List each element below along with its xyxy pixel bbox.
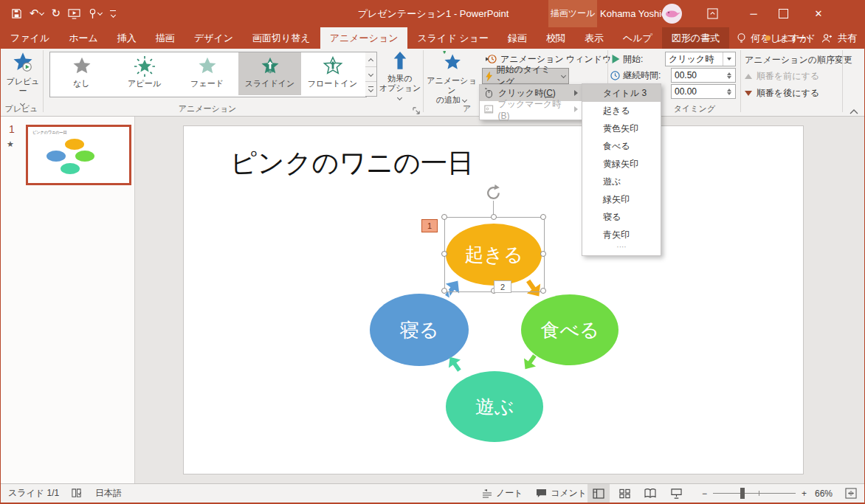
resize-handle-sw[interactable] — [441, 288, 447, 294]
gallery-scroll-down-icon[interactable] — [365, 67, 376, 82]
normal-view-icon[interactable] — [587, 484, 610, 503]
rotation-handle-icon[interactable] — [484, 184, 503, 205]
undo-icon[interactable]: ↶ — [30, 4, 44, 22]
tab-help[interactable]: ヘルプ — [613, 27, 662, 49]
start-combo-dropdown-icon[interactable] — [723, 52, 735, 66]
trigger-button[interactable]: 開始のタイミング — [482, 68, 569, 84]
tab-record[interactable]: 録画 — [498, 27, 537, 49]
tab-insert[interactable]: 挿入 — [108, 27, 146, 49]
submenu-item-taberu[interactable]: 食べる — [582, 137, 661, 155]
tab-view[interactable]: 表示 — [575, 27, 613, 49]
gallery-item-none[interactable]: なし — [50, 52, 113, 95]
delay-spin-icons[interactable] — [723, 85, 735, 98]
submenu-item-yellow-arrow[interactable]: 黄色矢印 — [582, 120, 661, 137]
slide-thumbnail[interactable]: ピンクのワニの一日 — [26, 125, 131, 185]
tab-draw[interactable]: 描画 — [146, 27, 185, 49]
zoom-out-icon[interactable]: − — [702, 484, 707, 503]
resize-handle-ne[interactable] — [540, 214, 546, 220]
fit-to-window-icon[interactable] — [845, 484, 857, 503]
start-from-beginning-icon[interactable] — [68, 4, 80, 22]
comments-button[interactable]: コメント — [536, 484, 587, 503]
effect-options-button[interactable]: 効果の オプション — [379, 52, 421, 103]
tab-home[interactable]: ホーム — [59, 27, 108, 49]
maximize-button[interactable] — [768, 0, 798, 27]
reading-view-icon[interactable] — [639, 484, 661, 503]
thumbnail-title: ピンクのワニの一日 — [32, 130, 67, 136]
ribbon-display-options-icon[interactable] — [697, 0, 727, 27]
title-bar: ↶ ↻ プレゼンテーション1 - PowerPoint 描画ツール Kohama… — [1, 0, 865, 27]
zoom-in-icon[interactable]: + — [802, 484, 807, 503]
spellcheck-icon[interactable] — [71, 484, 82, 503]
submenu-item-okiru[interactable]: 起きる — [582, 102, 661, 120]
repeat-icon[interactable]: ↻ — [52, 4, 61, 22]
minimize-button[interactable]: ─ — [739, 0, 768, 27]
add-animation-star-icon — [441, 51, 463, 73]
tab-review[interactable]: 校閲 — [537, 27, 575, 49]
shape-asobu[interactable]: 遊ぶ — [446, 371, 543, 442]
tab-design[interactable]: デザイン — [185, 27, 243, 49]
touch-mouse-mode-icon[interactable] — [88, 4, 103, 22]
touch-mode-dropdown-icon[interactable] — [97, 10, 103, 15]
undo-dropdown-icon[interactable] — [39, 10, 44, 15]
submenu-item-title3[interactable]: タイトル 3 — [582, 84, 661, 102]
add-animation-label1: アニメーション — [427, 76, 476, 94]
gallery-more-icon[interactable] — [365, 82, 376, 96]
close-button[interactable]: ✕ — [804, 0, 833, 27]
duration-spin-icons[interactable] — [723, 69, 735, 82]
gallery-scrollbar — [365, 52, 377, 97]
slide-title[interactable]: ピンクのワニの一日 — [230, 145, 474, 182]
slideshow-view-icon[interactable] — [665, 484, 687, 503]
user-name[interactable]: Kohama Yoshie — [600, 8, 666, 19]
tab-animations[interactable]: アニメーション — [320, 27, 408, 49]
submenu-item-asobu[interactable]: 遊ぶ — [582, 173, 661, 190]
trigger-dropdown-icon — [562, 74, 565, 78]
move-later-button[interactable]: 順番を後にする — [745, 87, 819, 100]
save-icon[interactable] — [11, 4, 22, 22]
appear-star-icon — [134, 56, 155, 77]
tab-file[interactable]: ファイル — [1, 27, 59, 49]
delay-spinner[interactable]: 00.00 — [671, 84, 736, 99]
move-earlier-icon — [745, 74, 752, 79]
record-button[interactable]: レコード — [776, 32, 816, 45]
zoom-slider-handle[interactable] — [740, 488, 745, 499]
submenu-more-indicator[interactable]: ···· — [582, 244, 661, 253]
duration-label: 継続時間: — [623, 69, 661, 82]
zoom-level[interactable]: 66% — [815, 484, 833, 503]
resize-handle-e[interactable] — [540, 251, 546, 257]
slide-counter[interactable]: スライド 1/1 — [8, 484, 59, 503]
tab-transitions[interactable]: 画面切り替え — [243, 27, 320, 49]
gallery-item-slide-in[interactable]: スライドイン — [238, 52, 301, 95]
add-animation-button[interactable]: アニメーション の追加 — [426, 51, 478, 105]
gallery-item-float-in[interactable]: フロートイン — [301, 52, 364, 95]
tab-slideshow[interactable]: スライド ショー — [407, 27, 497, 49]
slide-canvas[interactable]: ピンクのワニの一日 起きる 寝る 食べる 遊ぶ — [183, 125, 804, 474]
notes-button[interactable]: ノート — [482, 484, 523, 503]
slide-sorter-view-icon[interactable] — [613, 484, 635, 503]
share-button[interactable]: 共有 — [838, 32, 857, 45]
add-animation-dropdown-icon[interactable] — [463, 98, 467, 103]
gallery-scroll-up-icon[interactable] — [365, 52, 376, 67]
resize-handle-w[interactable] — [441, 251, 447, 257]
animation-badge-2[interactable]: 2 — [494, 280, 511, 293]
submenu-item-blue-arrow[interactable]: 青矢印 — [582, 226, 661, 244]
submenu-item-yellowgreen-arrow[interactable]: 黄緑矢印 — [582, 155, 661, 173]
tab-shape-format[interactable]: 図形の書式 — [662, 27, 729, 49]
effect-options-dropdown-icon[interactable] — [398, 96, 402, 100]
preview-button[interactable]: プレビュー — [5, 52, 41, 109]
gallery-item-fade[interactable]: フェード — [176, 52, 238, 95]
gallery-item-appear[interactable]: アピール — [113, 52, 176, 95]
resize-handle-n[interactable] — [491, 214, 497, 220]
start-combo[interactable]: クリック時 — [665, 52, 736, 66]
submenu-item-green-arrow[interactable]: 緑矢印 — [582, 190, 661, 208]
duration-spinner[interactable]: 00.50 — [671, 68, 736, 83]
resize-handle-se[interactable] — [540, 288, 546, 294]
customize-qat-icon[interactable] — [110, 4, 116, 22]
animation-star-indicator[interactable]: ★ — [7, 139, 14, 149]
quick-access-toolbar: ↶ ↻ — [11, 4, 116, 22]
language-indicator[interactable]: 日本語 — [95, 484, 122, 503]
animation-badge-1[interactable]: 1 — [421, 219, 438, 232]
submenu-item-neru[interactable]: 寝る — [582, 208, 661, 226]
avatar[interactable] — [662, 4, 682, 24]
zoom-slider-track[interactable] — [713, 493, 796, 494]
resize-handle-nw[interactable] — [441, 214, 447, 220]
